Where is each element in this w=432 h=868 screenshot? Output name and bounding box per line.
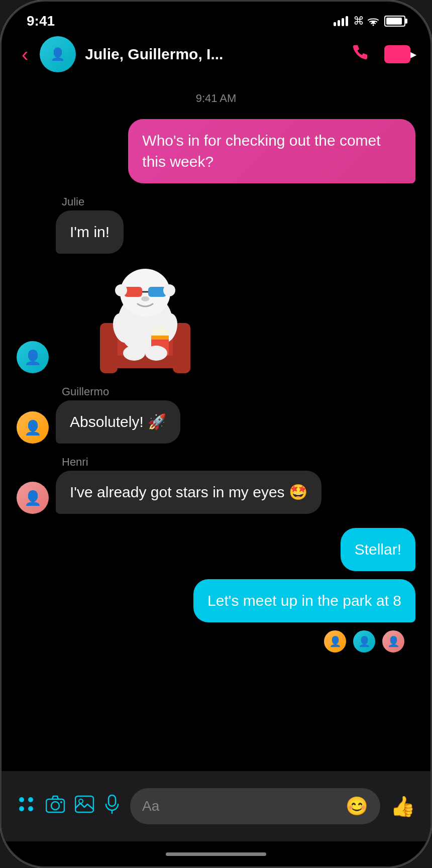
video-call-button[interactable]: [384, 45, 410, 63]
svg-point-26: [19, 806, 24, 811]
message-bubble[interactable]: Absolutely! 🚀: [56, 400, 180, 444]
svg-point-27: [28, 806, 33, 811]
svg-point-0: [373, 25, 374, 26]
status-time: 9:41: [27, 13, 55, 29]
svg-point-29: [51, 802, 59, 810]
read-receipts: 👤 👤 👤: [17, 629, 415, 654]
svg-marker-2: [402, 48, 410, 60]
emoji-button[interactable]: 😊: [346, 796, 368, 817]
input-placeholder: Aa: [142, 798, 341, 814]
message-row: 👤 I've already got stars in my eyes 🤩: [17, 471, 415, 514]
svg-point-13: [115, 284, 127, 296]
wifi-icon: ⌘: [353, 15, 379, 28]
avatar-guillermo: 👤: [17, 411, 49, 444]
camera-button[interactable]: [46, 795, 65, 818]
svg-point-30: [60, 801, 62, 803]
sender-name: Henri: [62, 456, 415, 469]
phone-frame: 9:41 ⌘: [0, 0, 432, 868]
avatar-julie: 👤: [17, 341, 49, 373]
svg-rect-1: [384, 48, 402, 60]
group-avatar[interactable]: 👤: [40, 36, 76, 72]
sender-name: Julie: [62, 195, 415, 208]
receipt-avatar-julie: 👤: [352, 629, 376, 654]
screen: 9:41 ⌘: [2, 2, 430, 866]
sticker: [95, 263, 195, 373]
svg-point-23: [145, 346, 167, 361]
mic-button[interactable]: [104, 795, 120, 818]
phone-call-button[interactable]: [351, 43, 369, 65]
timestamp-label: 9:41 AM: [17, 92, 415, 105]
svg-point-14: [163, 284, 175, 296]
apps-button[interactable]: [17, 795, 36, 818]
avatar-initials: 👤: [40, 36, 76, 72]
home-indicator: [2, 841, 430, 866]
battery-icon: [384, 16, 405, 27]
thumbs-up-button[interactable]: 👍: [390, 795, 415, 818]
svg-rect-18: [151, 336, 169, 340]
svg-point-25: [28, 797, 33, 802]
message-row: 👤 Absolutely! 🚀: [17, 400, 415, 444]
back-button[interactable]: ‹: [22, 44, 28, 64]
svg-rect-33: [109, 795, 116, 806]
receipt-avatar-guillermo: 👤: [323, 629, 347, 654]
sender-name: Guillermo: [62, 385, 415, 398]
message-bubble[interactable]: Stellar!: [341, 528, 415, 571]
svg-point-22: [123, 346, 145, 361]
svg-point-12: [141, 296, 149, 301]
photo-button[interactable]: [75, 795, 94, 818]
message-bubble[interactable]: Let's meet up in the park at 8: [193, 579, 415, 622]
status-icons: ⌘: [334, 15, 405, 28]
svg-rect-31: [75, 796, 93, 812]
notch: [151, 2, 281, 21]
signal-bars-icon: [334, 16, 348, 26]
message-row: Stellar!: [17, 528, 415, 571]
message-row: Let's meet up in the park at 8: [17, 579, 415, 622]
messages-area: 9:41 AM Who's in for checking out the co…: [2, 77, 430, 771]
battery-fill: [386, 18, 402, 25]
conversation-header: ‹ 👤 Julie, Guillermo, I...: [2, 32, 430, 77]
receipt-avatar-henri: 👤: [381, 629, 405, 654]
message-bubble[interactable]: I'm in!: [56, 210, 124, 254]
sticker-message-row: 👤: [17, 263, 415, 373]
svg-point-32: [79, 799, 83, 803]
message-bubble[interactable]: I've already got stars in my eyes 🤩: [56, 471, 321, 514]
header-actions: [351, 43, 410, 65]
home-bar: [166, 852, 266, 856]
message-row: Who's in for checking out the comet this…: [17, 119, 415, 183]
svg-rect-6: [105, 356, 185, 368]
message-bubble[interactable]: Who's in for checking out the comet this…: [128, 119, 415, 183]
avatar-henri: 👤: [17, 482, 49, 514]
group-name[interactable]: Julie, Guillermo, I...: [85, 46, 342, 63]
message-input-field[interactable]: Aa 😊: [130, 788, 380, 824]
svg-point-24: [19, 797, 24, 802]
input-toolbar: Aa 😊 👍: [2, 771, 430, 841]
message-row: I'm in!: [17, 210, 415, 254]
svg-point-21: [162, 329, 168, 335]
